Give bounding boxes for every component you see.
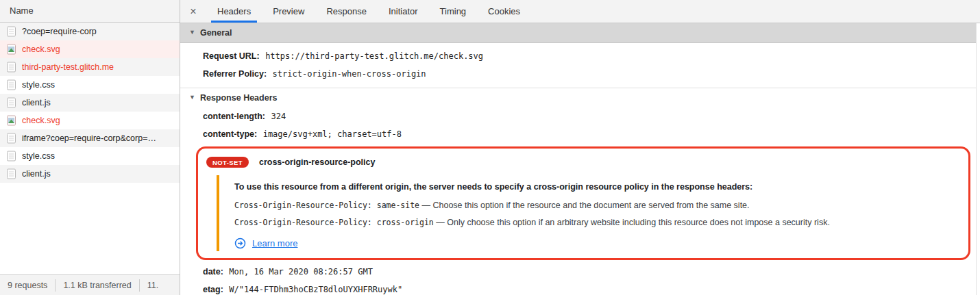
header-key: content-length: <box>203 112 265 121</box>
header-value: strict-origin-when-cross-origin <box>273 69 426 79</box>
tab-cookies[interactable]: Cookies <box>482 0 526 23</box>
image-file-icon <box>6 115 16 126</box>
general-section-header[interactable]: ▼ General <box>180 23 976 43</box>
missing-header-name: cross-origin-resource-policy <box>259 157 376 167</box>
document-icon <box>6 151 16 162</box>
request-row[interactable]: client.js <box>0 94 180 112</box>
tab-timing[interactable]: Timing <box>434 0 473 23</box>
tab-preview[interactable]: Preview <box>267 0 310 23</box>
header-key: etag: <box>203 285 223 294</box>
missing-header-highlight-box: NOT-SET cross-origin-resource-policy To … <box>196 146 970 260</box>
request-details-panel: × Headers Preview Response Initiator Tim… <box>180 0 980 295</box>
header-value: image/svg+xml; charset=utf-8 <box>263 129 402 139</box>
details-tabbar: × Headers Preview Response Initiator Tim… <box>180 0 980 23</box>
header-value: Mon, 16 Mar 2020 08:26:57 GMT <box>229 267 373 277</box>
tab-response[interactable]: Response <box>320 0 373 23</box>
section-title: General <box>200 28 232 38</box>
request-name: check.svg <box>22 44 60 54</box>
header-key: content-type: <box>203 129 257 139</box>
learn-more-link[interactable]: Learn more <box>252 238 297 248</box>
advice-option-same-site: Cross-Origin-Resource-Policy: same-site … <box>234 197 959 214</box>
header-line-request-url: Request URL: https://third-party-test.gl… <box>180 47 980 65</box>
tab-initiator[interactable]: Initiator <box>382 0 424 23</box>
request-row-error[interactable]: third-party-test.glitch.me <box>0 58 180 76</box>
tab-headers[interactable]: Headers <box>211 0 257 23</box>
request-name: client.js <box>22 98 51 107</box>
header-advice-callout: To use this resource from a different or… <box>217 175 959 251</box>
request-name: style.css <box>22 151 55 161</box>
header-line-date: date: Mon, 16 Mar 2020 08:26:57 GMT <box>180 263 980 281</box>
document-icon <box>6 62 16 73</box>
requests-count: 9 requests <box>0 279 56 292</box>
network-summary-bar: 9 requests 1.1 kB transferred 11. <box>0 274 180 295</box>
request-row[interactable]: iframe?coep=require-corp&corp=… <box>0 129 180 147</box>
header-value: W/"144-FTDhm3hoCBzT8dloUYXHFRRuywk" <box>229 285 402 294</box>
option-explanation: — Choose this option if the resource and… <box>422 201 750 210</box>
header-line-content-length: content-length: 324 <box>180 107 980 125</box>
document-icon <box>6 168 16 179</box>
document-icon <box>6 133 16 144</box>
advice-option-cross-origin: Cross-Origin-Resource-Policy: cross-orig… <box>234 214 959 231</box>
option-explanation: — Only choose this option if an arbitrar… <box>436 218 830 227</box>
chevron-down-icon: ▼ <box>189 94 195 101</box>
not-set-badge: NOT-SET <box>206 157 249 168</box>
request-row[interactable]: ?coep=require-corp <box>0 23 180 40</box>
header-key: Referrer Policy: <box>203 69 267 79</box>
header-value: https://third-party-test.glitch.me/check… <box>265 51 483 61</box>
open-link-arrow-icon <box>234 238 246 249</box>
document-icon <box>6 26 16 37</box>
chevron-down-icon: ▼ <box>189 29 195 36</box>
header-line-referrer-policy: Referrer Policy: strict-origin-when-cros… <box>180 65 980 83</box>
request-name: client.js <box>22 169 51 179</box>
header-code: Cross-Origin-Resource-Policy: same-site <box>234 201 419 210</box>
response-headers-section-header[interactable]: ▼ Response Headers <box>180 88 976 107</box>
request-row[interactable]: client.js <box>0 165 180 183</box>
header-line-content-type: content-type: image/svg+xml; charset=utf… <box>180 125 980 143</box>
request-row-error[interactable]: check.svg <box>0 112 180 129</box>
header-line-etag: etag: W/"144-FTDhm3hoCBzT8dloUYXHFRRuywk… <box>180 281 980 295</box>
request-row[interactable]: style.css <box>0 147 180 165</box>
header-value: 324 <box>271 112 286 121</box>
request-name: iframe?coep=require-corp&corp=… <box>22 133 156 143</box>
transferred-size: 1.1 kB transferred <box>56 279 139 292</box>
image-file-icon <box>6 44 16 55</box>
section-title: Response Headers <box>200 93 278 103</box>
advice-intro-text: To use this resource from a different or… <box>234 181 959 193</box>
document-icon <box>6 79 16 90</box>
scrollbar-gutter[interactable] <box>976 23 980 295</box>
header-code: Cross-Origin-Resource-Policy: cross-orig… <box>234 218 434 227</box>
request-row[interactable]: style.css <box>0 76 180 94</box>
resources-size: 11. <box>140 279 166 292</box>
request-name: third-party-test.glitch.me <box>22 62 114 72</box>
request-name: ?coep=require-corp <box>22 27 97 36</box>
document-icon <box>6 97 16 108</box>
request-name: style.css <box>22 80 55 90</box>
devtools-network-panel: Name ?coep=require-corp check.svg third-… <box>0 0 980 295</box>
close-icon[interactable]: × <box>180 0 206 23</box>
name-column-header[interactable]: Name <box>0 0 180 23</box>
request-name: check.svg <box>22 116 60 125</box>
header-key: Request URL: <box>203 51 260 61</box>
requests-sidebar: Name ?coep=require-corp check.svg third-… <box>0 0 180 295</box>
request-row-error-selected[interactable]: check.svg <box>0 40 180 58</box>
header-key: date: <box>203 267 223 277</box>
